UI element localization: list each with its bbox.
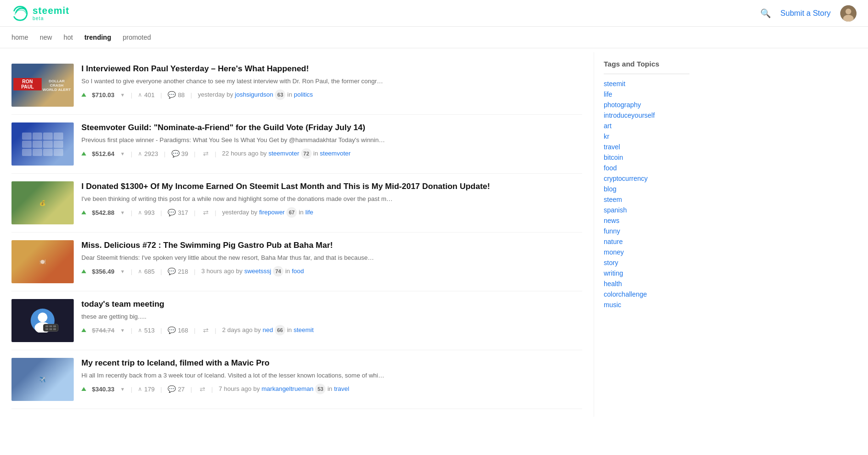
tag-link[interactable]: steem xyxy=(604,196,689,203)
reputation-badge: 67 xyxy=(286,207,297,218)
by-text: by xyxy=(253,385,261,392)
nav-item-trending[interactable]: trending xyxy=(84,32,111,43)
vote-amount: $710.03 xyxy=(92,91,114,99)
post-item: today's team meeting these are getting b… xyxy=(11,291,582,350)
dropdown-arrow-icon[interactable]: ▼ xyxy=(120,92,125,98)
comments-count: 💬 168 xyxy=(168,326,188,334)
vote-button[interactable] xyxy=(81,211,86,214)
tag-link[interactable]: funny xyxy=(604,227,689,235)
post-category[interactable]: food xyxy=(292,267,304,275)
post-meta: $340.33 ▼ | ∧ 179 | 💬 27 | ⇄| 7 hours ag… xyxy=(81,384,582,394)
upvote-count-icon: ∧ xyxy=(138,268,142,275)
post-item: RON PAUL DOLLAR CRASHWORLD ALERT I Inter… xyxy=(11,56,582,115)
vote-button[interactable] xyxy=(81,93,86,97)
nav-item-new[interactable]: new xyxy=(40,32,52,43)
author-name[interactable]: sweetsssj xyxy=(244,267,271,275)
post-time: yesterday xyxy=(222,209,249,216)
post-excerpt: Hi all Im recently back from a 3 week to… xyxy=(81,371,582,380)
dropdown-arrow-icon[interactable]: ▼ xyxy=(120,387,125,392)
post-thumbnail: RON PAUL DOLLAR CRASHWORLD ALERT xyxy=(11,64,74,107)
tag-link[interactable]: blog xyxy=(604,185,689,193)
separator3: | xyxy=(194,327,195,334)
post-title[interactable]: My recent trip to Iceland, filmed with a… xyxy=(81,358,582,368)
by-text: by xyxy=(260,150,268,157)
upvote-arrow-icon xyxy=(81,211,86,214)
author-name[interactable]: firepower xyxy=(259,209,284,216)
retweet-icon[interactable]: ⇄ xyxy=(203,150,209,157)
author-name[interactable]: joshsigurdson xyxy=(235,91,273,98)
post-item: 💰 I Donated $1300+ Of My Income Earned O… xyxy=(11,174,582,233)
tag-link[interactable]: life xyxy=(604,90,689,98)
user-avatar[interactable] xyxy=(840,5,857,22)
tag-link[interactable]: money xyxy=(604,248,689,256)
post-category[interactable]: life xyxy=(305,209,314,216)
post-title[interactable]: Miss. Delicious #72 : The Swimming Pig G… xyxy=(81,240,582,251)
tag-link[interactable]: kr xyxy=(604,133,689,140)
post-excerpt: Previous first place winner - Paradigms:… xyxy=(81,136,582,144)
dropdown-arrow-icon[interactable]: ▼ xyxy=(120,269,125,274)
post-title[interactable]: today's team meeting xyxy=(81,299,582,310)
svg-point-1 xyxy=(845,9,851,14)
search-button[interactable]: 🔍 xyxy=(760,8,771,19)
tag-link[interactable]: cryptocurrency xyxy=(604,175,689,182)
author-name[interactable]: steemvoter xyxy=(269,150,299,157)
tag-link[interactable]: bitcoin xyxy=(604,154,689,161)
tag-link[interactable]: health xyxy=(604,280,689,288)
by-text: by xyxy=(236,267,244,275)
steemit-logo-icon xyxy=(11,5,29,22)
post-title[interactable]: I Donated $1300+ Of My Income Earned On … xyxy=(81,181,582,192)
upvotes-count: ∧ 513 xyxy=(138,327,155,334)
in-text: in xyxy=(285,267,292,275)
svg-point-3 xyxy=(38,312,47,322)
tag-link[interactable]: travel xyxy=(604,143,689,151)
post-category[interactable]: politics xyxy=(294,91,313,98)
tag-link[interactable]: food xyxy=(604,164,689,172)
upvote-count-icon: ∧ xyxy=(138,327,142,333)
in-text: in xyxy=(313,150,320,157)
comment-icon: 💬 xyxy=(168,326,176,334)
tag-link[interactable]: photography xyxy=(604,101,689,109)
tag-link[interactable]: story xyxy=(604,259,689,266)
vote-button[interactable] xyxy=(81,152,86,155)
author-name[interactable]: ned xyxy=(262,326,273,333)
post-time: 3 hours ago xyxy=(201,267,234,275)
separator: | xyxy=(131,209,132,216)
tag-link[interactable]: nature xyxy=(604,238,689,245)
tag-link[interactable]: art xyxy=(604,122,689,130)
tag-link[interactable]: introduceyourself xyxy=(604,111,689,119)
submit-story-button[interactable]: Submit a Story xyxy=(780,9,831,18)
vote-button[interactable] xyxy=(81,328,86,332)
comments-number: 88 xyxy=(178,91,184,99)
votes-number: 685 xyxy=(144,268,155,275)
retweet-icon[interactable]: ⇄ xyxy=(203,326,209,334)
tag-link[interactable]: colorchallenge xyxy=(604,290,689,298)
in-text: in xyxy=(287,326,293,333)
nav-item-promoted[interactable]: promoted xyxy=(123,32,151,43)
tag-link[interactable]: news xyxy=(604,217,689,224)
retweet-icon[interactable]: ⇄ xyxy=(200,385,205,393)
post-meta: $710.03 ▼ | ∧ 401 | 💬 88 | yesterday by … xyxy=(81,89,582,100)
upvote-arrow-icon xyxy=(81,328,86,332)
author-name[interactable]: markangeltrueman xyxy=(261,385,313,392)
nav-item-hot[interactable]: hot xyxy=(64,32,73,43)
nav-bar: home new hot trending promoted xyxy=(0,27,868,48)
post-category[interactable]: steemvoter xyxy=(320,150,350,157)
dropdown-arrow-icon[interactable]: ▼ xyxy=(120,210,125,215)
post-category[interactable]: travel xyxy=(334,385,349,392)
nav-item-home[interactable]: home xyxy=(11,32,28,43)
post-category[interactable]: steemit xyxy=(293,326,314,333)
post-title[interactable]: Steemvoter Guild: "Nominate-a-Friend" fo… xyxy=(81,122,582,133)
tag-link[interactable]: music xyxy=(604,301,689,309)
vote-button[interactable] xyxy=(81,387,86,391)
vote-button[interactable] xyxy=(81,269,86,273)
reputation-badge: 74 xyxy=(273,266,283,277)
retweet-icon[interactable]: ⇄ xyxy=(203,209,209,216)
dropdown-arrow-icon[interactable]: ▼ xyxy=(120,328,125,333)
post-content: today's team meeting these are getting b… xyxy=(81,299,582,335)
dropdown-arrow-icon[interactable]: ▼ xyxy=(120,151,125,156)
tag-link[interactable]: spanish xyxy=(604,206,689,214)
post-title[interactable]: I Interviewed Ron Paul Yesterday – Here'… xyxy=(81,64,582,74)
tag-link[interactable]: writing xyxy=(604,269,689,277)
post-meta: $542.88 ▼ | ∧ 993 | 💬 317 | ⇄| yesterday… xyxy=(81,207,582,218)
tag-link[interactable]: steemit xyxy=(604,80,689,88)
